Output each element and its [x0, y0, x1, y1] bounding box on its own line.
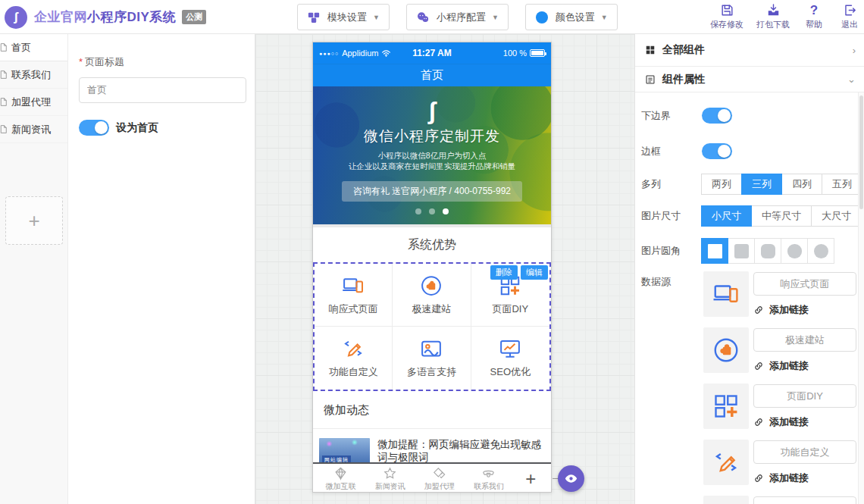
tab-news[interactable]: 新闻资讯	[365, 466, 415, 492]
download-icon	[766, 3, 781, 17]
page-settings-panel: *页面标题 设为首页	[68, 34, 255, 504]
page-icon	[0, 97, 8, 107]
list-icon	[645, 74, 656, 85]
page-title-input[interactable]	[79, 77, 246, 103]
advantage-grid-component[interactable]: 删除 编辑 响应式页面 极速建站 页面DIY 功能自定义	[313, 262, 551, 391]
columns-option-four[interactable]: 四列	[781, 174, 822, 195]
grid-item-fast-build[interactable]: 极速建站	[393, 264, 471, 327]
component-actions: 删除 编辑	[490, 265, 548, 280]
action-label: 打包下载	[756, 19, 790, 30]
phone-nav-bar: 首页	[313, 64, 551, 86]
bottom-border-toggle[interactable]	[702, 108, 732, 124]
wechat-icon	[416, 11, 430, 24]
sidebar-item-label: 加盟代理	[11, 95, 51, 109]
tab-add-button[interactable]: +	[513, 468, 548, 490]
pages-sidebar: 首页 联系我们 加盟代理 新闻资讯 +	[0, 34, 68, 504]
radius-option-2[interactable]	[754, 238, 781, 264]
tab-contact[interactable]: 联系我们	[464, 466, 513, 492]
add-page-button[interactable]: +	[5, 196, 63, 245]
chevron-down-icon: ▼	[373, 14, 380, 21]
columns-option-two[interactable]: 两列	[701, 174, 742, 195]
wifi-icon	[381, 49, 391, 58]
radius-option-1[interactable]	[728, 238, 755, 264]
datasource-title-input[interactable]	[753, 272, 856, 296]
sidebar-item-label: 联系我们	[11, 68, 51, 82]
columns-option-three[interactable]: 三列	[741, 174, 782, 195]
sidebar-item-news[interactable]: 新闻资讯	[0, 116, 67, 143]
prop-label: 边框	[641, 145, 702, 158]
header-actions: 保存修改 打包下载 ? 帮助 退出	[710, 3, 861, 30]
battery-label: 100 %	[503, 49, 527, 58]
miniprogram-config-dropdown[interactable]: 小程序配置 ▼	[406, 4, 509, 30]
module-settings-dropdown[interactable]: 模块设置 ▼	[297, 4, 390, 30]
battery-icon	[530, 49, 545, 57]
delete-component-button[interactable]: 删除	[490, 265, 518, 280]
grid-item-custom-func[interactable]: 功能自定义	[315, 327, 393, 390]
component-inspector: 全部组件 › 组件属性 ⌄ 下边界 边框 多列 两列 三列 四列 五列 图片尺寸…	[634, 34, 864, 504]
prop-label: 下边界	[641, 109, 702, 123]
radius-option-3[interactable]	[781, 238, 808, 264]
border-toggle[interactable]	[702, 143, 732, 159]
prop-row-img-radius: 图片圆角	[641, 238, 834, 264]
add-link-button[interactable]: 添加链接	[753, 359, 809, 373]
action-label: 保存修改	[710, 19, 743, 30]
radius-option-4[interactable]	[807, 238, 834, 264]
sidebar-item-agent[interactable]: 加盟代理	[0, 89, 67, 116]
preview-eye-button[interactable]	[558, 465, 584, 492]
datasource-title-input[interactable]	[753, 440, 856, 464]
help-button[interactable]: ? 帮助	[803, 3, 825, 30]
chevron-down-icon: ⌄	[847, 74, 856, 85]
app-logo-icon: ʃ	[5, 6, 27, 29]
img-size-large[interactable]: 大尺寸	[811, 205, 862, 227]
set-home-toggle[interactable]	[79, 120, 109, 136]
multi-lang-icon	[420, 337, 443, 360]
prop-row-columns: 多列 两列 三列 四列 五列	[641, 174, 862, 195]
add-link-button[interactable]: 添加链接	[753, 303, 809, 317]
sidebar-item-home[interactable]: 首页	[0, 34, 67, 61]
link-icon	[753, 305, 764, 315]
datasource-title-input[interactable]	[753, 384, 856, 408]
tab-agent[interactable]: 加盟代理	[415, 466, 464, 492]
color-settings-dropdown[interactable]: 颜色设置 ▼	[525, 4, 618, 30]
prop-label: 多列	[641, 177, 702, 191]
datasource-title-input[interactable]	[753, 496, 856, 504]
link-icon	[753, 361, 764, 371]
radius-option-0[interactable]	[701, 238, 728, 264]
page-icon	[0, 124, 8, 134]
header-dropdowns: 模块设置 ▼ 小程序配置 ▼ 颜色设置 ▼	[297, 4, 618, 30]
prop-row-bottom-border: 下边界	[641, 108, 732, 124]
page-icon	[0, 70, 8, 80]
tab-weijia[interactable]: 微加互联	[316, 466, 365, 492]
add-link-button[interactable]: 添加链接	[753, 471, 809, 485]
sidebar-item-contact[interactable]: 联系我们	[0, 61, 67, 89]
news-section-title[interactable]: 微加动态	[313, 391, 551, 429]
all-components-header[interactable]: 全部组件 ›	[635, 34, 864, 67]
img-size-medium[interactable]: 中等尺寸	[751, 205, 812, 227]
add-link-button[interactable]: 添加链接	[753, 415, 809, 429]
datasource-title-input[interactable]	[753, 328, 856, 352]
link-icon	[753, 417, 764, 427]
news-list-item[interactable]: 网站编辑 微加提醒：网页编辑应避免出现敏感词与极限词	[313, 429, 551, 462]
banner-component[interactable]: ʃ 微信小程序定制开发 小程序以微信8亿用户为切入点 让企业以及商家在短时间里实…	[313, 86, 551, 224]
exit-button[interactable]: 退出	[838, 3, 861, 30]
grid-item-multi-lang[interactable]: 多语言支持	[393, 327, 471, 390]
grid-item-seo[interactable]: SEO优化	[471, 327, 549, 390]
sidebar-item-label: 新闻资讯	[11, 123, 51, 136]
banner-logo-icon: ʃ	[313, 97, 551, 124]
save-button[interactable]: 保存修改	[710, 3, 743, 30]
component-props-header[interactable]: 组件属性 ⌄	[635, 67, 864, 92]
scrollbar-thumb[interactable]	[859, 95, 863, 209]
exit-icon	[843, 3, 857, 17]
signal-dots: ●●●○○	[319, 51, 339, 56]
img-size-small[interactable]: 小尺寸	[701, 205, 752, 227]
package-download-button[interactable]: 打包下载	[756, 3, 790, 30]
app-title-part2: 小程序DIY系统	[87, 10, 176, 24]
custom-func-icon	[703, 440, 749, 485]
set-home-row: 设为首页	[79, 120, 158, 136]
edit-component-button[interactable]: 编辑	[521, 265, 548, 280]
inspector-scrollbar[interactable]	[858, 92, 864, 504]
cubes-icon	[307, 11, 321, 24]
columns-option-five[interactable]: 五列	[822, 174, 862, 195]
carousel-dots	[313, 208, 551, 214]
grid-item-responsive[interactable]: 响应式页面	[315, 264, 393, 327]
